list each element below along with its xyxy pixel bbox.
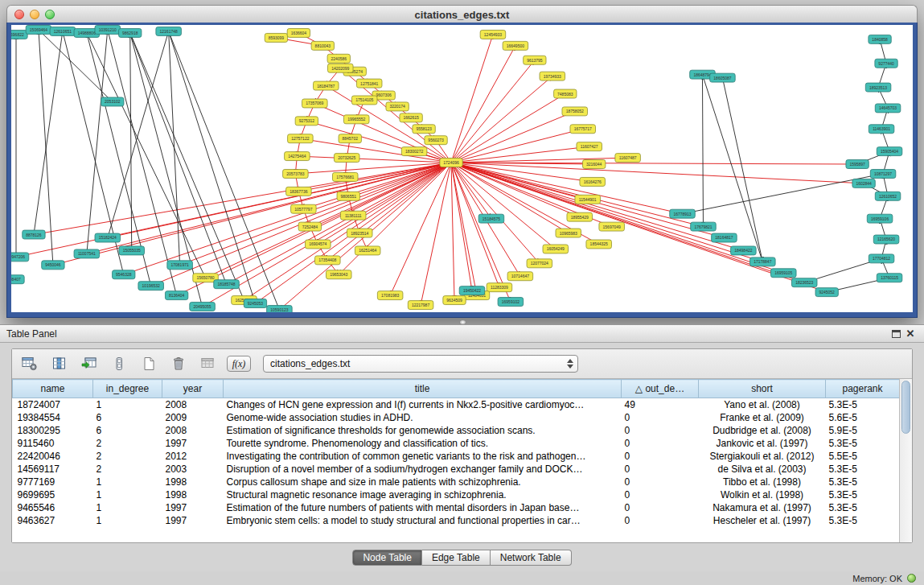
network-node[interactable]: 11607487 bbox=[615, 154, 641, 163]
network-node[interactable]: 15697049 bbox=[599, 222, 625, 231]
network-node[interactable]: 16959102 bbox=[498, 298, 524, 307]
network-node[interactable]: 18236523 bbox=[791, 278, 817, 287]
table-selector-combobox[interactable]: citations_edges.txt bbox=[263, 355, 578, 373]
network-node[interactable]: 14275464 bbox=[285, 152, 310, 161]
network-edge[interactable] bbox=[451, 163, 511, 302]
network-node[interactable]: 14645703 bbox=[875, 104, 901, 113]
network-node[interactable]: 12757122 bbox=[288, 134, 314, 143]
network-edge[interactable] bbox=[451, 163, 454, 300]
network-canvas[interactable]: 1724096881004322405861685274127518419607… bbox=[11, 25, 913, 312]
network-node[interactable]: 8845702 bbox=[339, 134, 361, 143]
network-node[interactable]: 17576681 bbox=[332, 172, 358, 181]
network-edge[interactable] bbox=[451, 163, 682, 214]
table-row[interactable]: 911546021997Tourette syndrome. Phenomeno… bbox=[13, 437, 900, 450]
network-node[interactable]: 12610651 bbox=[50, 27, 76, 35]
table-mode-button[interactable] bbox=[18, 352, 41, 375]
zoom-window-button[interactable] bbox=[45, 10, 55, 19]
network-node[interactable]: 11007541 bbox=[74, 249, 100, 258]
network-node[interactable]: 9546328 bbox=[113, 270, 135, 279]
table-row[interactable]: 1872400712008Changes of HCN gene express… bbox=[13, 398, 900, 412]
network-node[interactable]: 15905404 bbox=[877, 147, 902, 156]
network-node[interactable]: 18955429 bbox=[567, 212, 593, 221]
column-header-0[interactable]: name bbox=[13, 380, 93, 398]
network-node[interactable]: 9613795 bbox=[524, 56, 546, 64]
network-node[interactable]: 11607427 bbox=[577, 142, 602, 151]
network-edge[interactable] bbox=[108, 30, 177, 295]
network-edge[interactable] bbox=[451, 163, 499, 287]
network-node[interactable]: 1595897 bbox=[846, 160, 869, 169]
network-node[interactable]: 17354408 bbox=[315, 256, 341, 265]
network-edge[interactable] bbox=[451, 163, 593, 182]
delete-table-button[interactable] bbox=[167, 352, 190, 375]
network-node[interactable]: 14202099 bbox=[327, 64, 353, 72]
network-node[interactable]: 20732625 bbox=[334, 154, 359, 163]
network-node[interactable]: 9560273 bbox=[425, 136, 447, 145]
table-row[interactable]: 946554611997Estimation of the future num… bbox=[13, 501, 900, 514]
network-edge[interactable] bbox=[451, 94, 565, 163]
network-node[interactable]: 19450422 bbox=[459, 286, 485, 295]
network-node[interactable]: 16959105 bbox=[771, 269, 797, 278]
network-node[interactable]: 16904574 bbox=[306, 240, 331, 249]
network-node[interactable]: 12165620 bbox=[873, 235, 899, 244]
network-node[interactable]: 16775717 bbox=[570, 125, 596, 134]
network-node[interactable]: 18184787 bbox=[314, 81, 339, 90]
tab-edge-table[interactable]: Edge Table bbox=[422, 550, 491, 566]
column-header-3[interactable]: title bbox=[224, 380, 622, 398]
tab-node-table[interactable]: Node Table bbox=[352, 550, 422, 566]
column-header-1[interactable]: in_degree bbox=[93, 380, 162, 398]
network-edge[interactable] bbox=[421, 163, 451, 305]
network-node[interactable]: 8810043 bbox=[311, 41, 334, 50]
table-row[interactable]: 2242004622012Investigating the contribut… bbox=[13, 450, 900, 463]
network-node[interactable]: 9450046 bbox=[42, 261, 64, 270]
network-edge[interactable] bbox=[451, 163, 477, 295]
network-edge[interactable] bbox=[87, 30, 108, 253]
network-node[interactable]: 15055035 bbox=[119, 246, 145, 255]
network-edge[interactable] bbox=[451, 111, 575, 163]
table-row[interactable]: 1938455462009Genome-wide association stu… bbox=[13, 411, 900, 424]
new-table-button[interactable] bbox=[138, 352, 160, 375]
network-node[interactable]: 9245053 bbox=[244, 299, 266, 308]
import-table-disabled-button[interactable] bbox=[197, 352, 220, 375]
network-node[interactable]: 17081971 bbox=[167, 261, 193, 270]
network-node[interactable]: 12610652 bbox=[875, 192, 901, 200]
network-edge[interactable] bbox=[130, 33, 244, 300]
window-titlebar[interactable]: citations_edges.txt bbox=[6, 5, 918, 24]
column-header-4[interactable]: △ out_de… bbox=[622, 380, 699, 398]
network-node[interactable]: 18164817 bbox=[712, 233, 737, 242]
network-node[interactable]: 1840858 bbox=[869, 35, 891, 43]
network-node[interactable]: 10590123 bbox=[267, 306, 293, 312]
table-row[interactable]: 1830029562008Estimation of significance … bbox=[13, 424, 900, 437]
network-node[interactable]: 19965552 bbox=[343, 115, 369, 124]
network-node[interactable]: 12454933 bbox=[480, 30, 506, 39]
import-column-button[interactable] bbox=[78, 352, 101, 375]
table-row[interactable]: 1456911722003Disruption of a novel membe… bbox=[13, 463, 900, 476]
network-node[interactable]: 9806551 bbox=[337, 192, 359, 200]
network-node[interactable]: 19734933 bbox=[540, 72, 565, 80]
network-node[interactable]: 16164276 bbox=[580, 177, 606, 186]
network-edge[interactable] bbox=[451, 60, 535, 163]
network-node[interactable]: 8878126 bbox=[23, 230, 45, 239]
network-node[interactable]: 9275312 bbox=[295, 117, 318, 126]
scrollbar-thumb[interactable] bbox=[901, 381, 910, 434]
network-node[interactable]: 11381111 bbox=[340, 211, 366, 220]
network-node[interactable]: 2053102 bbox=[101, 97, 124, 106]
network-node[interactable]: 20573783 bbox=[283, 169, 309, 178]
network-node[interactable]: 12217987 bbox=[408, 301, 433, 310]
network-node[interactable]: 17704812 bbox=[869, 254, 894, 263]
network-node[interactable]: 17514105 bbox=[351, 96, 377, 105]
table-scrollbar[interactable] bbox=[899, 379, 912, 542]
network-node[interactable]: 18498422 bbox=[731, 246, 757, 255]
network-node[interactable]: 19653043 bbox=[326, 270, 352, 279]
network-edge[interactable] bbox=[451, 163, 864, 183]
row-height-button[interactable] bbox=[108, 352, 130, 375]
close-window-button[interactable] bbox=[14, 10, 24, 19]
network-node[interactable]: 18300272 bbox=[401, 147, 427, 156]
minimize-window-button[interactable] bbox=[30, 10, 39, 19]
close-panel-icon[interactable]: ✕ bbox=[903, 328, 918, 340]
network-node[interactable]: 9245052 bbox=[815, 288, 838, 297]
network-node[interactable]: 18544325 bbox=[586, 240, 612, 249]
network-node[interactable]: 16054249 bbox=[543, 245, 569, 253]
network-node[interactable]: 9558123 bbox=[413, 125, 435, 134]
network-node[interactable]: 12751841 bbox=[356, 79, 382, 88]
network-node[interactable]: 11283309 bbox=[487, 283, 512, 292]
